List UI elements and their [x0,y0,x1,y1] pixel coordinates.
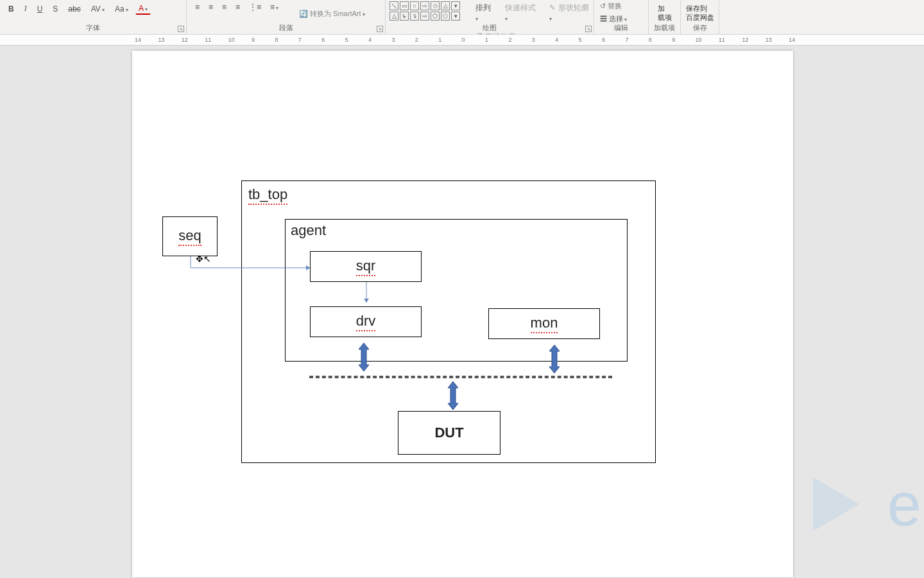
ribbon-group-extra [719,0,924,34]
ruler-tick: 11 [205,35,211,45]
addin-button[interactable]: 加 载项 [649,0,680,23]
shape-gallery[interactable]: ＼ ▭ ○ ⇨ ◇ △ ▾ △ ↳ ↴ ⇨ ⬠ ⬡ ▾ [389,1,460,21]
shape-elbow-icon[interactable]: ↴ [410,12,419,21]
ruler-tick: 3 [391,35,395,45]
underline-button[interactable]: U [34,3,46,15]
drawing-dialog-launcher[interactable]: ↘ [585,26,592,32]
shape-dut-label: DUT [434,425,463,441]
ribbon-group-font-label: 字体 [0,23,186,34]
paragraph-controls: ≡ ≡ ≡ ≡ ⋮≡ ≡ [192,1,282,13]
shadow-button[interactable]: S [49,3,61,15]
arrow-sqr-to-drv[interactable] [362,282,371,308]
select-button[interactable]: ☰ 选择 [597,13,630,25]
ribbon-group-paragraph-label: 段落 [187,23,385,34]
quick-style-button[interactable]: 快速样式 [502,1,541,24]
ribbon-group-drawing: ＼ ▭ ○ ⇨ ◇ △ ▾ △ ↳ ↴ ⇨ ⬠ ⬡ ▾ 排列 快速样式 ✎ 形状… [385,0,594,34]
watermark-play-icon [798,466,875,543]
ribbon-group-font: B I U S abc AV Aa A 字体 ↘ [0,0,186,34]
char-spacing-button[interactable]: AV [88,3,108,15]
ruler-tick: 0 [462,35,465,45]
shape-hex-icon[interactable]: ⬡ [441,12,450,21]
ruler-tick: 7 [298,35,302,45]
edit-buttons: ↺ 替换 ☰ 选择 [597,0,630,25]
shape-mon[interactable]: mon [488,308,600,339]
ruler-tick: 1 [438,35,441,45]
ruler-tick: 12 [182,35,188,45]
smartart-button[interactable]: 🔄 转换为 SmartArt [296,8,368,20]
shape-l-icon[interactable]: ↳ [400,12,409,21]
shape-seq-label: seq [178,227,201,246]
shape-sqr[interactable]: sqr [310,251,422,282]
shape-drv-label: drv [356,313,376,331]
ruler-tick: 14 [135,35,141,45]
shape-agent-label: agent [291,222,326,239]
list-button[interactable]: ⋮≡ [246,1,264,13]
ruler-tick: 14 [789,35,795,45]
save-baidu-button[interactable]: 保存到 百度网盘 [681,0,719,23]
align-justify-button[interactable]: ≡ [232,1,243,13]
ruler-tick: 4 [368,35,372,45]
shape-circle-icon[interactable]: ○ [410,1,419,10]
ruler-tick: 10 [696,35,702,45]
ribbon-group-addin-label: 加载项 [649,23,680,34]
shape-tri2-icon[interactable]: △ [389,12,398,21]
ribbon-group-save-label: 保存 [681,23,719,34]
document-page[interactable]: seq ✥↖ tb_top agent sqr drv mon DUT [132,51,793,577]
ruler-tick: 2 [415,35,418,45]
change-case-button[interactable]: Aa [112,3,132,15]
align-right-button[interactable]: ≡ [219,1,230,13]
smartart-row: 🔄 转换为 SmartArt [296,8,368,20]
shape-pent-icon[interactable]: ⬠ [431,12,440,21]
shape-more-icon[interactable]: ▾ [451,1,460,10]
watermark-text: ev [887,469,924,539]
ruler-tick: 13 [766,35,772,45]
shape-mon-label: mon [531,315,558,333]
font-dialog-launcher[interactable]: ↘ [178,26,184,32]
ruler-tick: 2 [508,35,511,45]
align-center-button[interactable]: ≡ [205,1,216,13]
ruler-tick: 6 [321,35,325,45]
ruler-tick: 1 [485,35,488,45]
arrange-button[interactable]: 排列 [472,1,497,24]
shape-rarrow-icon[interactable]: ⇨ [420,12,429,21]
shape-outline-button[interactable]: ✎ 形状轮廓 [546,1,594,24]
paragraph-dialog-launcher[interactable]: ↘ [377,26,383,32]
interface-line[interactable] [309,376,612,378]
ruler-tick: 7 [625,35,628,45]
shape-seq[interactable]: seq [162,216,218,256]
shape-arrow-icon[interactable]: ⇨ [420,1,429,10]
shape-sqr-label: sqr [356,258,376,276]
ruler-tick: 5 [579,35,582,45]
ruler-tick: 5 [345,35,348,45]
shape-dut[interactable]: DUT [398,411,501,455]
shape-line-icon[interactable]: ＼ [389,1,398,10]
shape-rect-icon[interactable]: ▭ [400,1,409,10]
bold-button[interactable]: B [5,3,17,15]
shape-drv[interactable]: drv [310,306,422,337]
arrow-mon-interface[interactable] [548,345,561,373]
italic-button[interactable]: I [21,3,30,15]
ribbon-group-save: 保存到 百度网盘 保存 [680,0,719,34]
ruler-tick: 3 [532,35,535,45]
horizontal-ruler: 141312111098765432101234567891011121314 [0,35,924,46]
arrow-seq-to-sqr[interactable] [188,255,316,273]
shape-tri-icon[interactable]: △ [441,1,450,10]
align-left-button[interactable]: ≡ [192,1,203,13]
replace-button[interactable]: ↺ 替换 [597,0,625,12]
shape-diamond-icon[interactable]: ◇ [431,1,440,10]
watermark: ev [798,466,924,543]
font-color-button[interactable]: A [135,3,151,15]
strikethrough-button[interactable]: abc [65,3,83,15]
ruler-tick: 8 [275,35,278,45]
shape-agent[interactable]: agent [285,219,628,362]
ruler-tick: 13 [158,35,164,45]
arrow-drv-interface[interactable] [357,343,370,371]
ruler-tick: 4 [555,35,558,45]
line-spacing-button[interactable]: ≡ [267,1,282,13]
arrow-interface-dut[interactable] [447,381,459,410]
shape-tb-top-label: tb_top [248,186,287,205]
shape-expand-icon[interactable]: ▾ [451,12,460,21]
ruler-tick: 6 [602,35,605,45]
ruler-tick: 12 [742,35,748,45]
ribbon-group-addin: 加 载项 加载项 [648,0,680,34]
